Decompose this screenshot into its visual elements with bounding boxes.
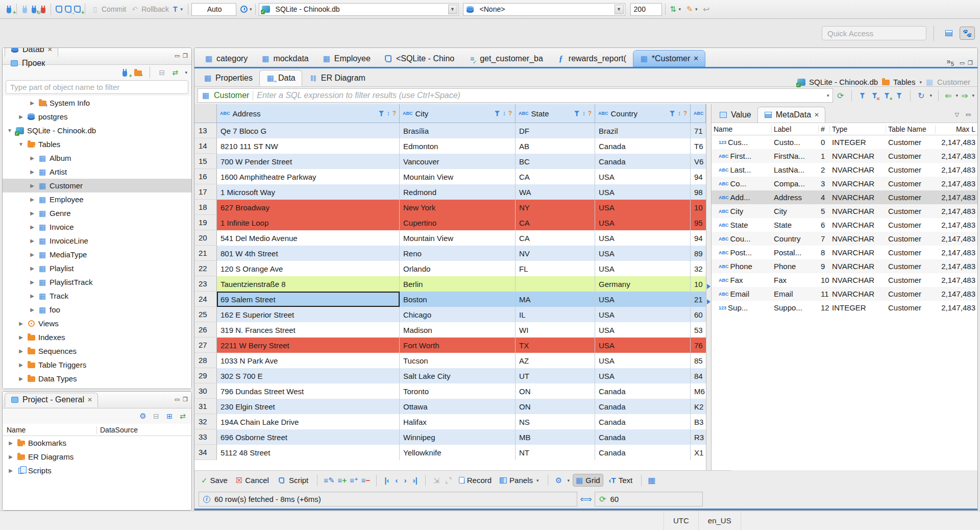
filter-icon[interactable] [495, 111, 500, 116]
close-icon[interactable]: ✕ [47, 47, 53, 53]
cell-postalcode[interactable]: 98 [691, 184, 706, 200]
cell-address[interactable]: 801 W 4th Street [217, 246, 400, 261]
refresh-icon[interactable]: ⟳ [599, 494, 606, 504]
row-number[interactable]: 29 [194, 368, 217, 383]
cell-city[interactable]: Madison [400, 322, 516, 338]
row-number[interactable]: 33 [194, 429, 217, 445]
navigator-tab[interactable]: Datab ✕ [5, 47, 58, 57]
expand-arrow-icon[interactable] [8, 468, 14, 473]
cell-city[interactable]: Edmonton [400, 138, 516, 154]
cell-state[interactable] [516, 276, 595, 292]
column-header-country[interactable]: ABCCountry↕? [595, 104, 691, 123]
fetch-size-input[interactable]: 200 [630, 3, 662, 16]
cell-postalcode[interactable]: M6 [691, 383, 706, 399]
column-header-datasource[interactable]: DataSource [97, 426, 191, 434]
tree-item[interactable]: Views [3, 317, 191, 330]
cell-city[interactable]: Toronto [400, 383, 516, 399]
metadata-row[interactable]: ABCFirst... FirstNa... 1 NVARCHAR Custom… [712, 149, 977, 163]
cell-country[interactable]: USA [595, 246, 691, 261]
export-resultset-icon[interactable]: ⇲ [432, 476, 441, 485]
new-connection-icon[interactable]: + [120, 68, 129, 77]
row-number[interactable]: 27 [194, 338, 217, 353]
cell-city[interactable]: Cupertino [400, 215, 516, 230]
project-item[interactable]: ★ Bookmarks [3, 436, 191, 450]
editor-subtab[interactable]: ▦ Properties [197, 70, 259, 86]
cell-state[interactable]: AB [516, 138, 595, 154]
cell-state[interactable]: CA [516, 230, 595, 246]
project-panel-tab[interactable]: Project - General ✕ [5, 393, 98, 407]
column-header-name[interactable]: Name [3, 426, 97, 434]
link-with-editor-icon[interactable]: ⇄ [178, 412, 187, 420]
cell-city[interactable]: Orlando [400, 261, 516, 276]
cell-postalcode[interactable]: T6 [691, 138, 706, 154]
last-row-icon[interactable]: ›| [411, 476, 419, 485]
cell-address[interactable]: 1033 N Park Ave [217, 353, 400, 368]
cell-city[interactable]: Winnipeg [400, 429, 516, 445]
calc-panel-icon[interactable]: ▦ [648, 477, 655, 484]
cell-address[interactable]: 796 Dundas Street West [217, 383, 400, 399]
add-filter-icon[interactable]: + [883, 91, 892, 100]
editor-tab[interactable]: <SQLite - Chino ✕ [377, 50, 461, 67]
filter-icon[interactable] [574, 111, 580, 116]
reconnect-icon[interactable]: ↻ [29, 5, 38, 13]
column-info-icon[interactable]: ? [393, 110, 396, 117]
cell-state[interactable]: BC [516, 154, 595, 169]
transaction-mode-button[interactable]: T▾ [171, 4, 185, 14]
add-row-icon[interactable]: ≡+ [338, 476, 347, 485]
fit-width-icon[interactable]: ⟺ [581, 495, 591, 503]
expand-arrow-icon[interactable] [18, 141, 24, 147]
expand-arrow-icon[interactable] [18, 348, 24, 354]
cell-city[interactable]: Berlin [400, 276, 516, 292]
duplicate-row-icon[interactable]: ≡⁺ [350, 476, 358, 485]
cell-address[interactable]: 696 Osborne Street [217, 429, 400, 445]
filter-icon[interactable] [379, 111, 384, 116]
cell-country[interactable]: USA [595, 230, 691, 246]
rollback-button[interactable]: ↶Rollback [128, 4, 171, 14]
dbeaver-perspective-icon[interactable]: 🐾 [960, 27, 975, 40]
cell-city[interactable]: Tucson [400, 353, 516, 368]
tree-item[interactable]: ▦ Employee [3, 192, 191, 206]
editor-subtab[interactable]: ⛓ ER Diagram [302, 70, 372, 86]
cell-address[interactable]: Qe 7 Bloco G [217, 123, 400, 138]
cell-state[interactable]: ON [516, 383, 595, 399]
previous-row-icon[interactable]: ‹ [394, 476, 400, 485]
cell-postalcode[interactable]: 53 [691, 322, 706, 338]
cell-postalcode[interactable]: K2 [691, 399, 706, 414]
cell-address[interactable]: 700 W Pender Street [217, 154, 400, 169]
tree-item[interactable]: ▦ InvoiceLine [3, 234, 191, 248]
editor-tab[interactable]: ≡✓ get_customer_ba ✕ [461, 50, 550, 67]
project-item[interactable]: ▫▫ ER Diagrams [3, 450, 191, 464]
grid-scroll-strip[interactable] [706, 104, 712, 470]
column-header-table-name[interactable]: Table Name [886, 125, 936, 133]
metadata-row[interactable]: ABCEmail Email 11 NVARCHAR Customer 2,14… [712, 287, 977, 301]
cell-country[interactable]: USA [595, 322, 691, 338]
cell-country[interactable]: Canada [595, 154, 691, 169]
cell-address[interactable]: 2211 W Berry Street [217, 338, 400, 353]
delete-row-icon[interactable]: ≡− [361, 476, 371, 485]
cell-state[interactable]: NY [516, 200, 595, 215]
cell-address[interactable]: 194A Chain Lake Drive [217, 414, 400, 429]
cell-country[interactable]: USA [595, 353, 691, 368]
cell-city[interactable]: Brasília [400, 123, 516, 138]
cell-state[interactable]: ON [516, 399, 595, 414]
cell-address[interactable]: 8210 111 ST NW [217, 138, 400, 154]
locale-indicator[interactable]: en_US [698, 511, 741, 530]
close-icon[interactable]: ✕ [693, 55, 699, 62]
tree-item[interactable]: Data Types [3, 372, 191, 386]
next-row-icon[interactable]: › [403, 476, 408, 485]
tree-item[interactable]: ▦ Track [3, 289, 191, 303]
expand-arrow-icon[interactable] [8, 454, 14, 460]
cell-postalcode[interactable]: 85 [691, 353, 706, 368]
editor-tab[interactable]: ▦ Employee ✕ [315, 50, 377, 67]
cell-city[interactable]: Salt Lake City [400, 368, 516, 383]
cell-country[interactable]: USA [595, 261, 691, 276]
editor-tab[interactable]: ▦ category ✕ [198, 50, 254, 67]
cell-address[interactable]: 319 N. Frances Street [217, 322, 400, 338]
column-header-type[interactable]: Type [830, 125, 886, 133]
row-number[interactable]: 20 [194, 230, 217, 246]
tree-item[interactable]: Sequences [3, 344, 191, 358]
row-number[interactable]: 32 [194, 414, 217, 429]
cell-state[interactable]: CA [516, 215, 595, 230]
open-perspective-icon[interactable] [941, 27, 957, 40]
expand-arrow-icon[interactable] [18, 362, 24, 368]
